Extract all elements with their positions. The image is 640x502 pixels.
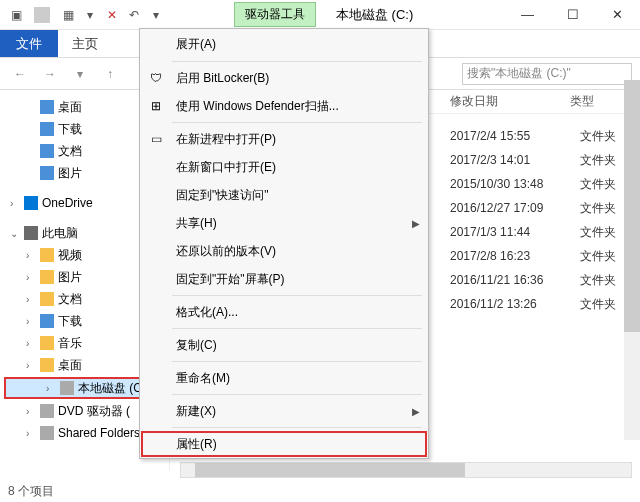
tab-file[interactable]: 文件	[0, 30, 58, 57]
props-icon[interactable]: ▦	[60, 7, 76, 23]
qat-dropdown-icon[interactable]: ▾	[82, 7, 98, 23]
ctx-properties[interactable]: 属性(R)	[140, 430, 428, 458]
up-button[interactable]: ↑	[98, 62, 122, 86]
ctx-pin-quick[interactable]: 固定到"快速访问"	[140, 181, 428, 209]
minimize-button[interactable]: —	[505, 0, 550, 30]
ctx-new[interactable]: 新建(X)▶	[140, 397, 428, 425]
qat: ▣ ▦ ▾ ✕ ↶ ▾	[0, 7, 164, 23]
window-title: 本地磁盘 (C:)	[336, 6, 413, 24]
ctx-restore[interactable]: 还原以前的版本(V)	[140, 237, 428, 265]
col-type[interactable]: 类型	[570, 93, 630, 110]
col-date[interactable]: 修改日期	[450, 93, 570, 110]
maximize-button[interactable]: ☐	[550, 0, 595, 30]
redo-icon[interactable]: ▾	[148, 7, 164, 23]
undo-icon[interactable]: ↶	[126, 7, 142, 23]
ctx-pin-start[interactable]: 固定到"开始"屏幕(P)	[140, 265, 428, 293]
drive-tools-tab[interactable]: 驱动器工具	[234, 2, 316, 27]
chevron-right-icon: ▶	[412, 218, 420, 229]
ctx-new-window[interactable]: 在新窗口中打开(E)	[140, 153, 428, 181]
ctx-defender[interactable]: ⊞使用 Windows Defender扫描...	[140, 92, 428, 120]
scrollbar-vertical[interactable]	[624, 80, 640, 440]
folder-icon: ▣	[8, 7, 24, 23]
ctx-rename[interactable]: 重命名(M)	[140, 364, 428, 392]
shield-icon: 🛡	[148, 70, 164, 86]
ctx-copy[interactable]: 复制(C)	[140, 331, 428, 359]
scrollbar-horizontal[interactable]	[180, 462, 632, 478]
titlebar: ▣ ▦ ▾ ✕ ↶ ▾ 驱动器工具 本地磁盘 (C:) — ☐ ✕	[0, 0, 640, 30]
delete-icon[interactable]: ✕	[104, 7, 120, 23]
back-button[interactable]: ←	[8, 62, 32, 86]
tab-home[interactable]: 主页	[58, 30, 112, 57]
window-icon: ▭	[148, 131, 164, 147]
ctx-share[interactable]: 共享(H)▶	[140, 209, 428, 237]
ctx-bitlocker[interactable]: 🛡启用 BitLocker(B)	[140, 64, 428, 92]
forward-button[interactable]: →	[38, 62, 62, 86]
status-bar: 8 个项目	[8, 480, 54, 502]
ctx-expand[interactable]: 展开(A)	[140, 29, 428, 59]
history-dropdown[interactable]: ▾	[68, 62, 92, 86]
close-button[interactable]: ✕	[595, 0, 640, 30]
defender-icon: ⊞	[148, 98, 164, 114]
search-input[interactable]: 搜索"本地磁盘 (C:)"	[462, 63, 632, 85]
ctx-format[interactable]: 格式化(A)...	[140, 298, 428, 326]
ctx-new-process[interactable]: ▭在新进程中打开(P)	[140, 125, 428, 153]
chevron-right-icon: ▶	[412, 406, 420, 417]
context-menu: 展开(A) 🛡启用 BitLocker(B) ⊞使用 Windows Defen…	[139, 28, 429, 459]
